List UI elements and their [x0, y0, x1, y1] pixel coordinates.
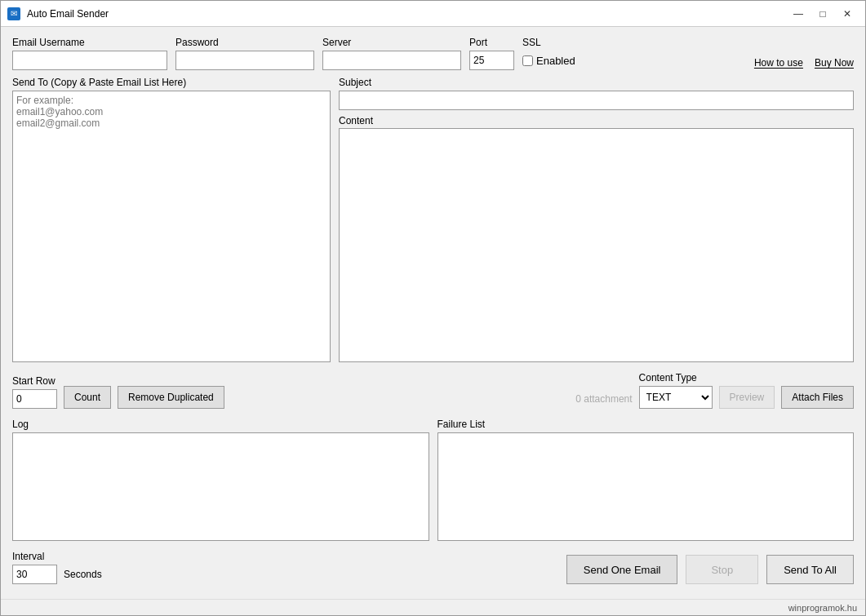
content-type-group: Content Type TEXT HTML [639, 372, 713, 409]
email-username-label: Email Username [12, 37, 167, 48]
window-title: Auto Email Sender [27, 8, 787, 20]
ssl-label: SSL [522, 37, 575, 48]
preview-button[interactable]: Preview [719, 386, 775, 409]
content-group: Content [339, 115, 854, 362]
links-group: How to use Buy Now [754, 57, 854, 70]
attach-files-button[interactable]: Attach Files [781, 386, 854, 409]
start-row-group: Start Row [12, 375, 57, 409]
bottom-row: Interval Seconds Send One Email Stop Sen… [12, 547, 854, 589]
stop-button[interactable]: Stop [686, 555, 758, 584]
password-label: Password [175, 37, 314, 48]
content-type-label: Content Type [639, 372, 713, 383]
count-button[interactable]: Count [64, 386, 111, 409]
failure-list-label: Failure List [437, 419, 855, 430]
port-label: Port [469, 37, 514, 48]
email-body-row: Send To (Copy & Paste Email List Here) S… [12, 77, 854, 362]
ssl-group: SSL Enabled [522, 37, 575, 70]
seconds-label: Seconds [64, 569, 102, 584]
send-to-label: Send To (Copy & Paste Email List Here) [12, 77, 331, 88]
content-type-select[interactable]: TEXT HTML [639, 386, 713, 409]
window-controls: — □ ✕ [787, 6, 859, 22]
ssl-checkbox-container: Enabled [522, 55, 575, 67]
minimize-button[interactable]: — [787, 6, 810, 22]
log-textarea[interactable] [12, 432, 429, 541]
log-label: Log [12, 419, 429, 430]
interval-input[interactable] [12, 565, 57, 584]
attachment-label: 0 attachment [575, 393, 632, 409]
port-group: Port [469, 37, 514, 70]
tools-row: Start Row Count Remove Duplicated 0 atta… [12, 369, 854, 412]
port-input[interactable] [469, 51, 514, 70]
ssl-enabled-label: Enabled [536, 55, 575, 67]
failure-panel: Failure List [437, 419, 855, 541]
interval-label: Interval [12, 551, 57, 562]
start-row-label: Start Row [12, 375, 57, 387]
buy-now-link[interactable]: Buy Now [815, 57, 854, 69]
main-window: ✉ Auto Email Sender — □ ✕ Email Username… [0, 0, 866, 616]
send-one-email-button[interactable]: Send One Email [566, 555, 678, 584]
email-username-group: Email Username [12, 37, 167, 70]
subject-group: Subject [339, 77, 854, 110]
failure-textarea[interactable] [437, 432, 855, 541]
subject-label: Subject [339, 77, 854, 88]
send-to-panel: Send To (Copy & Paste Email List Here) [12, 77, 331, 362]
footer-bar: winprogramok.hu [1, 599, 865, 615]
interval-group: Interval [12, 551, 57, 584]
remove-duplicated-button[interactable]: Remove Duplicated [118, 386, 224, 409]
row3-left: Start Row Count Remove Duplicated [12, 375, 224, 409]
maximize-button[interactable]: □ [811, 6, 834, 22]
ssl-checkbox[interactable] [522, 55, 533, 66]
content-textarea-wrap [339, 128, 854, 362]
log-panel: Log [12, 419, 429, 541]
main-content: Email Username Password Server Port SSL [1, 27, 865, 599]
server-group: Server [322, 37, 461, 70]
start-row-input[interactable] [12, 389, 57, 409]
content-textarea[interactable] [340, 129, 853, 361]
email-username-input[interactable] [12, 51, 167, 70]
send-to-container [12, 91, 331, 362]
app-icon: ✉ [7, 7, 20, 20]
ssl-enabled-row: Enabled [522, 51, 575, 70]
password-input[interactable] [175, 51, 314, 70]
subject-input[interactable] [339, 91, 854, 110]
close-button[interactable]: ✕ [836, 6, 859, 22]
server-input[interactable] [322, 51, 461, 70]
content-label: Content [339, 115, 854, 126]
send-to-all-button[interactable]: Send To All [766, 555, 854, 584]
send-to-textarea[interactable] [13, 91, 330, 361]
action-buttons: Send One Email Stop Send To All [566, 555, 854, 584]
footer-link: winprogramok.hu [788, 603, 857, 613]
title-bar: ✉ Auto Email Sender — □ ✕ [1, 1, 865, 27]
row3-right: 0 attachment Content Type TEXT HTML Prev… [575, 372, 854, 409]
server-label: Server [322, 37, 461, 48]
how-to-use-link[interactable]: How to use [754, 57, 803, 69]
credentials-row: Email Username Password Server Port SSL [12, 37, 854, 70]
log-row: Log Failure List [12, 419, 854, 541]
password-group: Password [175, 37, 314, 70]
subject-content-panel: Subject Content [339, 77, 854, 362]
